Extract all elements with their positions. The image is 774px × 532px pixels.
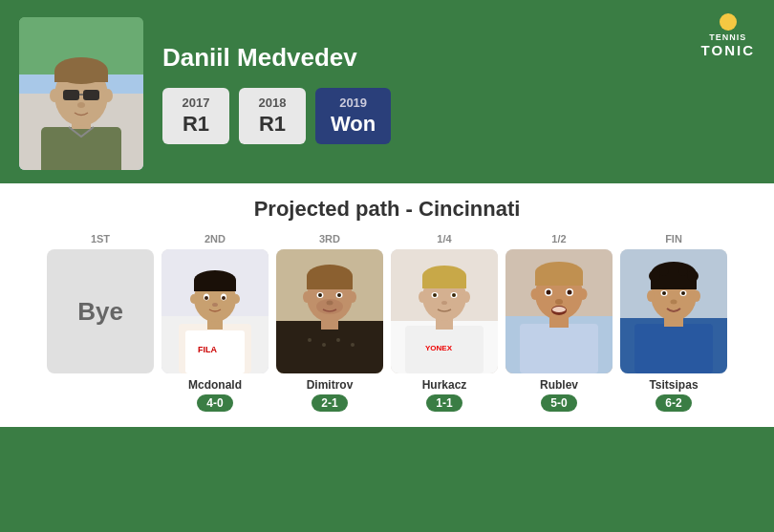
opponent-name: Tsitsipas (649, 378, 698, 392)
svg-point-94 (662, 291, 666, 295)
top-section: Daniil Medvedev 2017R12018R12019Won TENN… (0, 0, 774, 183)
logo-tennis-text: TENNIS (709, 32, 746, 42)
path-container: 1stBye2nd FILA Mcdonal (19, 233, 755, 412)
bottom-section: Projected path - Cincinnati 1stBye2nd FI… (0, 183, 774, 427)
svg-point-95 (681, 291, 685, 295)
svg-point-76 (555, 299, 563, 305)
svg-text:YONEX: YONEX (425, 344, 453, 352)
svg-point-91 (678, 266, 688, 276)
svg-rect-4 (41, 127, 121, 170)
round-label: 3rd (319, 233, 340, 245)
path-item-1/4: 1/4 YONEX Hurkacz1-1 (391, 233, 498, 412)
svg-point-48 (303, 291, 311, 303)
svg-point-75 (568, 290, 572, 295)
svg-point-78 (552, 307, 566, 312)
player-card-mcdonald: FILA (161, 249, 269, 373)
svg-point-45 (318, 293, 322, 297)
svg-point-27 (222, 296, 226, 300)
projected-title: Projected path - Cincinnati (19, 183, 755, 233)
score-badge: 2-1 (312, 394, 347, 412)
player-card-rublev (505, 249, 613, 373)
year-badge-2018: 2018R1 (239, 88, 306, 144)
svg-point-96 (671, 300, 677, 305)
svg-rect-57 (422, 276, 466, 288)
logo-tonic-text: TONIC (701, 42, 755, 58)
year-badge-2017: 2017R1 (162, 88, 229, 144)
opponent-name: Dimitrov (307, 378, 354, 392)
svg-point-28 (212, 303, 218, 307)
bye-text: Bye (77, 297, 123, 327)
player-card-hurkacz: YONEX (391, 249, 498, 373)
round-label: 1/4 (437, 233, 451, 245)
svg-rect-71 (535, 272, 583, 286)
svg-point-98 (693, 290, 700, 302)
path-item-3rd: 3rd (276, 233, 383, 412)
tennis-ball-icon (720, 13, 737, 31)
svg-point-34 (308, 338, 312, 342)
path-item-1st: 1stBye (47, 233, 154, 373)
opponent-name: Rublev (540, 378, 578, 392)
svg-point-46 (337, 293, 341, 297)
svg-point-9 (50, 89, 59, 102)
svg-point-64 (462, 291, 470, 303)
svg-point-47 (327, 301, 333, 306)
opponent-name: Hurkacz (422, 378, 467, 392)
svg-rect-8 (54, 71, 108, 82)
svg-rect-41 (307, 276, 353, 289)
bye-card: Bye (47, 249, 154, 373)
score-badge: 1-1 (426, 394, 462, 412)
svg-point-30 (232, 294, 240, 304)
svg-point-88 (649, 270, 660, 282)
svg-point-60 (433, 293, 437, 297)
svg-rect-11 (63, 90, 79, 100)
path-item-2nd: 2nd FILA Mcdonald4-0 (161, 233, 269, 412)
score-badge: 5-0 (541, 394, 576, 412)
svg-point-89 (687, 270, 699, 282)
svg-rect-67 (520, 324, 598, 373)
svg-point-49 (349, 291, 356, 303)
svg-point-29 (190, 294, 198, 304)
score-badge: 6-2 (656, 394, 691, 412)
player-info: Daniil Medvedev 2017R12018R12019Won (162, 43, 755, 144)
svg-point-10 (103, 89, 113, 102)
svg-point-35 (322, 343, 326, 347)
score-badge: 4-0 (197, 394, 232, 412)
svg-point-62 (441, 301, 447, 305)
svg-rect-83 (634, 324, 713, 373)
year-badges: 2017R12018R12019Won (162, 88, 755, 144)
svg-point-26 (204, 296, 208, 300)
opponent-name: Mcdonald (188, 378, 242, 392)
svg-point-74 (547, 290, 551, 295)
svg-point-80 (579, 288, 588, 300)
svg-point-97 (647, 290, 655, 302)
svg-rect-12 (83, 90, 99, 100)
logo: TENNIS TONIC (701, 13, 755, 58)
svg-point-37 (351, 343, 355, 347)
path-item-1/2: 1/2 Rublev5-0 (505, 233, 613, 412)
year-badge-2019: 2019Won (315, 88, 391, 144)
round-label: 1st (91, 233, 110, 245)
round-label: 2nd (204, 233, 226, 245)
svg-point-90 (659, 266, 669, 276)
round-label: Fin (665, 233, 682, 245)
svg-text:FILA: FILA (198, 345, 217, 354)
svg-point-36 (336, 338, 340, 342)
player-card-tsitsipas (620, 249, 727, 373)
svg-rect-23 (194, 280, 236, 291)
player-photo (19, 17, 143, 170)
round-label: 1/2 (551, 233, 566, 245)
svg-point-63 (419, 291, 426, 303)
player-card-dimitrov (276, 249, 383, 373)
path-item-fin: Fin Tsi (620, 233, 727, 412)
player-name: Daniil Medvedev (162, 43, 755, 73)
svg-point-61 (452, 293, 456, 297)
svg-rect-33 (290, 326, 369, 373)
svg-point-14 (77, 102, 85, 108)
svg-point-79 (531, 288, 540, 300)
